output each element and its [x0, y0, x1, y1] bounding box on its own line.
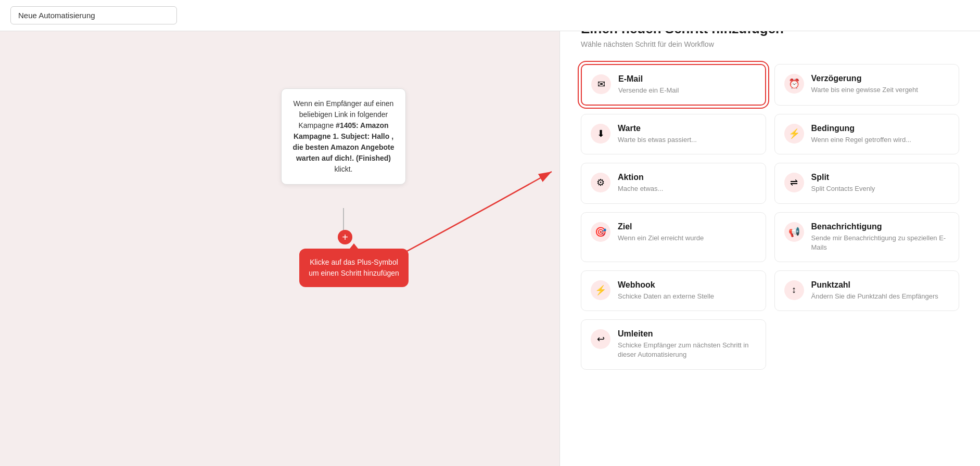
step-card-delay[interactable]: ⏰VerzögerungWarte bis eine gewisse Zeit …	[774, 64, 960, 106]
score-icon: ↕	[784, 280, 804, 300]
step-desc-wait: Warte bis etwas passiert...	[618, 135, 697, 145]
wait-icon: ⬇	[591, 124, 610, 144]
step-desc-score: Ändern Sie die Punktzahl des Empfängers	[811, 292, 938, 301]
tooltip-bubble: Klicke auf das Plus-Symbol um einen Schr…	[299, 249, 409, 287]
step-desc-split: Split Contacts Evenly	[811, 184, 875, 193]
step-desc-webhook: Schicke Daten an externe Stelle	[618, 292, 714, 301]
step-title-delay: Verzögerung	[811, 74, 918, 83]
condition-icon: ⚡	[784, 124, 804, 144]
action-icon: ⚙	[591, 173, 610, 192]
step-desc-redirect: Schicke Empfänger zum nächsten Schritt i…	[618, 341, 756, 359]
split-icon: ⇌	[784, 173, 804, 192]
add-step-button[interactable]: +	[338, 230, 352, 244]
step-desc-email: Versende ein E-Mail	[618, 86, 679, 95]
step-desc-notification: Sende mir Benachrichtigung zu speziellen…	[811, 234, 950, 252]
goal-icon: 🎯	[591, 222, 610, 242]
step-title-score: Punktzahl	[811, 280, 938, 290]
step-card-goal[interactable]: 🎯ZielWenn ein Ziel erreicht wurde	[581, 212, 766, 262]
step-card-wait[interactable]: ⬇WarteWarte bis etwas passiert...	[581, 114, 766, 154]
automation-title-input[interactable]	[10, 6, 177, 24]
delay-icon: ⏰	[784, 74, 804, 94]
step-title-email: E-Mail	[618, 74, 679, 84]
step-desc-action: Mache etwas...	[618, 184, 663, 193]
step-card-score[interactable]: ↕PunktzahlÄndern Sie die Punktzahl des E…	[774, 270, 960, 311]
tooltip-text: Klicke auf das Plus-Symbol um einen Schr…	[309, 258, 399, 277]
top-bar	[0, 0, 980, 31]
panel-subtitle: Wähle nächsten Schritt für dein Workflow	[581, 40, 959, 48]
step-title-split: Split	[811, 173, 875, 182]
redirect-icon: ↩	[591, 329, 610, 349]
step-desc-delay: Warte bis eine gewisse Zeit vergeht	[811, 85, 918, 95]
step-title-notification: Benachrichtigung	[811, 222, 950, 231]
step-card-webhook[interactable]: ⚡WebhookSchicke Daten an externe Stelle	[581, 270, 766, 311]
step-card-redirect[interactable]: ↩UmleitenSchicke Empfänger zum nächsten …	[581, 319, 766, 369]
canvas-area: Wenn ein Empfänger auf einen beliebigen …	[0, 31, 559, 466]
step-title-goal: Ziel	[618, 222, 704, 231]
notification-icon: 📢	[784, 222, 804, 242]
trigger-node[interactable]: Wenn ein Empfänger auf einen beliebigen …	[281, 88, 406, 185]
step-desc-condition: Wenn eine Regel getroffen wird...	[811, 135, 911, 145]
step-card-condition[interactable]: ⚡BedingungWenn eine Regel getroffen wird…	[774, 114, 960, 154]
email-icon: ✉	[591, 74, 611, 94]
step-title-webhook: Webhook	[618, 280, 714, 290]
step-title-action: Aktion	[618, 173, 663, 182]
step-card-email[interactable]: ✉E-MailVersende ein E-Mail	[581, 64, 766, 106]
step-card-action[interactable]: ⚙AktionMache etwas...	[581, 163, 766, 203]
step-title-redirect: Umleiten	[618, 329, 756, 339]
step-card-notification[interactable]: 📢BenachrichtigungSende mir Benachrichtig…	[774, 212, 960, 262]
right-panel: × Einen neuen Schritt hinzufügen Wähle n…	[559, 0, 980, 466]
step-card-split[interactable]: ⇌SplitSplit Contacts Evenly	[774, 163, 960, 203]
step-title-wait: Warte	[618, 124, 697, 133]
arrow-annotation	[0, 62, 559, 466]
step-desc-goal: Wenn ein Ziel erreicht wurde	[618, 234, 704, 243]
webhook-icon: ⚡	[591, 280, 610, 300]
steps-grid: ✉E-MailVersende ein E-Mail⏰VerzögerungWa…	[581, 64, 959, 370]
step-title-condition: Bedingung	[811, 124, 911, 133]
trigger-node-text: Wenn ein Empfänger auf einen beliebigen …	[293, 99, 394, 173]
